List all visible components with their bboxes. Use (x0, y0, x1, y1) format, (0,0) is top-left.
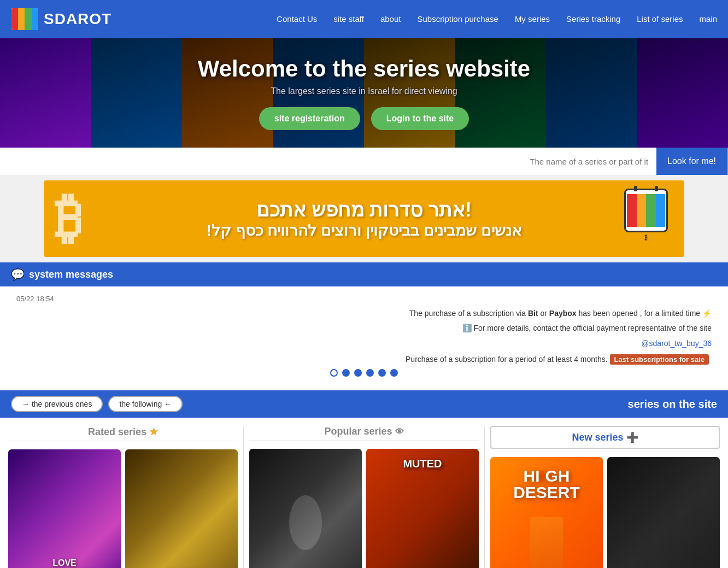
hero-content: Welcome to the series website The larges… (198, 56, 530, 130)
msg2-text: For more details, contact the official p… (473, 324, 712, 332)
nav-link-subscription[interactable]: Subscription purchase (417, 14, 498, 24)
lightning-icon: ⚡ (702, 309, 712, 318)
card-label-love: LOVESYNDROMEIII (8, 558, 121, 568)
star-icon: ★ (149, 426, 158, 437)
nav-link-series-tracking[interactable]: Series tracking (566, 14, 620, 24)
card-label-desert: HI!GHDESERT (490, 468, 603, 501)
info-icon: ℹ️ (462, 324, 472, 332)
hero-title: Welcome to the series website (198, 56, 530, 82)
ad-mascot: ₿ (619, 189, 673, 249)
dot-1[interactable] (390, 369, 398, 377)
btn-previous[interactable]: the previous ones → (11, 396, 103, 412)
series-card-sanctuary[interactable]: サンクチュアリ聖域 (249, 449, 362, 568)
btn-following[interactable]: ← the following (108, 396, 183, 412)
rated-label: Rated series (88, 426, 146, 437)
nav-link-about[interactable]: about (380, 14, 401, 24)
logo-text: SDAROT (44, 10, 111, 28)
eye-icon: 👁 (395, 427, 404, 436)
nav-link-my-series[interactable]: My series (515, 14, 550, 24)
chat-icon: 💬 (11, 268, 25, 281)
new-series-grid: HI!GHDESERT MCGREGOR FOREVER (490, 457, 720, 568)
series-on-site-title: series on the site (628, 398, 717, 411)
dot-6[interactable] (330, 369, 338, 377)
message-3: sdarot_tw_buy_36@ (16, 337, 712, 349)
series-card-love-syndrome[interactable]: LOVESYNDROMEIII (8, 449, 121, 568)
card-label-muted: MUTED (366, 457, 479, 470)
popular-label: Popular series (324, 426, 392, 437)
nav-arrows: ← the following the previous ones → (11, 396, 183, 412)
hero-bg-1 (0, 38, 91, 148)
register-button[interactable]: site registeration (259, 107, 360, 130)
popular-series-header: Popular series 👁 (249, 426, 479, 441)
login-button[interactable]: Login to the site (371, 107, 469, 130)
msg1-bold1: Bit (528, 309, 538, 318)
hero-bg-7 (546, 38, 637, 148)
system-messages-body: 18:54 05/22 ⚡ The purchase of a subscrip… (0, 286, 728, 390)
plus-icon: ➕ (626, 432, 638, 443)
last-subscriptions-badge: Last subscriptions for sale (610, 354, 709, 365)
dot-2[interactable] (378, 369, 386, 377)
bitcoin-icon-left: ₿ (55, 188, 82, 250)
hero-bg-2 (91, 38, 183, 148)
new-series-section: New series ➕ HI!GHDESERT MCGREGOR FOREVE… (488, 426, 723, 568)
search-bar: !Look for me (0, 148, 728, 175)
msg1-bold2: Paybox (549, 309, 577, 318)
divider-1 (243, 426, 244, 568)
message-4: Purchase of a subscription for a period … (16, 355, 712, 364)
ad-text: !אתר סדרות מחפש אתכם אנשים שמבינים בביטק… (207, 198, 522, 239)
msg1-mid: or (538, 309, 549, 318)
popular-series-grid: サンクチュアリ聖域 MUTED (249, 449, 479, 568)
rated-series-grid: LOVESYNDROMEIII BLACKKNIGHT (8, 449, 238, 568)
nav-link-site-staff[interactable]: site staff (333, 14, 364, 24)
series-card-black-knight[interactable]: BLACKKNIGHT (125, 449, 238, 568)
dots-navigation (16, 364, 712, 382)
new-series-header: New series ➕ (490, 426, 720, 449)
nav-link-main[interactable]: main (699, 14, 717, 24)
hero-section: Welcome to the series website The larges… (0, 38, 728, 148)
series-nav-bar: series on the site ← the following the p… (0, 390, 728, 418)
nav-links: main List of series Series tracking My s… (277, 14, 717, 24)
hero-bg-8 (637, 38, 729, 148)
ad-line1: !אתר סדרות מחפש אתכם (207, 198, 522, 221)
nav-link-list-of-series[interactable]: List of series (637, 14, 683, 24)
system-messages-header: system messages 💬 (0, 262, 728, 286)
search-input[interactable] (0, 148, 656, 175)
nav-link-contact[interactable]: Contact Us (277, 14, 317, 24)
msg1-before: The purchase of a subscription via (409, 309, 528, 318)
search-button[interactable]: !Look for me (656, 148, 728, 175)
series-card-high-desert[interactable]: HI!GHDESERT (490, 457, 603, 568)
rated-series-header: Rated series ★ (8, 426, 238, 441)
divider-2 (484, 426, 485, 568)
logo-icon (11, 8, 38, 30)
ad-line2: אנשים שמבינים בביטקוין ורוצים להרוויח כס… (207, 221, 522, 239)
navbar: SDAROT main List of series Series tracki… (0, 0, 728, 38)
rated-series-section: Rated series ★ LOVESYNDROMEIII BLACKKNIG… (5, 426, 240, 568)
msg3-link[interactable]: sdarot_tw_buy_36@ (641, 339, 712, 348)
msg1-after: has been opened , for a limited time (577, 309, 700, 318)
series-sections: Rated series ★ LOVESYNDROMEIII BLACKKNIG… (0, 418, 728, 568)
dot-4[interactable] (354, 369, 362, 377)
msg4-text: Purchase of a subscription for a period … (406, 355, 608, 364)
message-timestamp: 18:54 05/22 (16, 295, 712, 303)
dot-5[interactable] (342, 369, 350, 377)
series-card-mcgregor[interactable]: MCGREGOR FOREVER (607, 457, 720, 568)
hero-subtitle: The largest series site in Israel for di… (198, 86, 530, 96)
series-card-muted[interactable]: MUTED (366, 449, 479, 568)
popular-series-section: Popular series 👁 サンクチュアリ聖域 MUTED (246, 426, 482, 568)
message-2: ℹ️ For more details, contact the officia… (16, 322, 712, 334)
hero-buttons: site registeration Login to the site (198, 107, 530, 130)
system-messages-title: system messages (29, 269, 113, 280)
message-1: ⚡ The purchase of a subscription via Bit… (16, 307, 712, 319)
ad-banner: ₿ !אתר סדרות מחפש אתכם אנשים שמבינים בבי… (44, 180, 684, 257)
new-label: New series (572, 432, 623, 443)
logo[interactable]: SDAROT (11, 8, 111, 30)
dot-3[interactable] (366, 369, 374, 377)
